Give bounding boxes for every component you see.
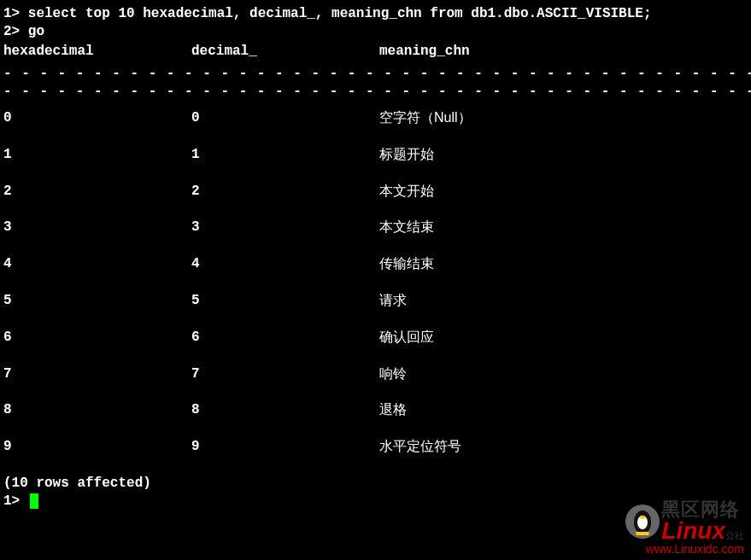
table-row: 55请求 — [3, 292, 748, 310]
header-meaning: meaning_chn — [379, 43, 748, 61]
watermark-brand-text: Linux — [661, 517, 725, 544]
cell-meaning: 水平定位符号 — [379, 438, 748, 456]
table-row: 99水平定位符号 — [3, 438, 748, 456]
separator-line-2: - - - - - - - - - - - - - - - - - - - - … — [3, 83, 748, 101]
table-row: 77响铃 — [3, 365, 748, 383]
watermark-logo-icon — [625, 505, 660, 539]
cell-decimal: 5 — [191, 292, 379, 310]
cell-hexadecimal: 8 — [3, 401, 191, 419]
watermark: 黑区网络 Linux公社 www.Linuxidc.com — [625, 500, 744, 557]
table-row: 22本文开始 — [3, 183, 748, 201]
cell-meaning: 响铃 — [379, 365, 748, 383]
table-row: 66确认回应 — [3, 329, 748, 347]
cell-decimal: 3 — [191, 219, 379, 236]
cell-meaning: 本文结束 — [379, 219, 748, 236]
sql-query-line-1: 1> select top 10 hexadecimal, decimal_, … — [3, 5, 748, 23]
table-row: 11标题开始 — [3, 146, 748, 164]
cell-meaning: 退格 — [379, 401, 748, 419]
cell-hexadecimal: 5 — [3, 292, 191, 310]
table-row: 00空字符（Null） — [3, 109, 748, 127]
watermark-url-text: www.Linuxidc.com — [646, 541, 744, 557]
table-row: 44传输结束 — [3, 255, 748, 273]
cell-hexadecimal: 7 — [3, 365, 191, 383]
cell-decimal: 0 — [191, 109, 379, 127]
cell-hexadecimal: 3 — [3, 219, 191, 236]
cell-meaning: 空字符（Null） — [379, 109, 748, 127]
terminal-cursor — [30, 493, 38, 509]
watermark-chinese-text: 黑区网络 — [661, 500, 744, 519]
result-header-row: hexadecimal decimal_ meaning_chn — [3, 43, 748, 61]
cell-decimal: 4 — [191, 255, 379, 273]
cell-hexadecimal: 2 — [3, 183, 191, 201]
cell-decimal: 9 — [191, 438, 379, 456]
separator-line-1: - - - - - - - - - - - - - - - - - - - - … — [3, 65, 748, 83]
cell-meaning: 标题开始 — [379, 146, 748, 164]
table-row: 33本文结束 — [3, 219, 748, 236]
rows-affected-text: (10 rows affected) — [3, 475, 748, 493]
prompt-text: 1> — [3, 493, 28, 509]
cell-decimal: 8 — [191, 401, 379, 419]
cell-hexadecimal: 6 — [3, 329, 191, 347]
cell-hexadecimal: 0 — [3, 109, 191, 127]
cell-hexadecimal: 1 — [3, 146, 191, 164]
cell-decimal: 2 — [191, 183, 379, 201]
header-decimal: decimal_ — [191, 43, 379, 61]
cell-decimal: 7 — [191, 365, 379, 383]
table-row: 88退格 — [3, 401, 748, 419]
cell-decimal: 1 — [191, 146, 379, 164]
cell-decimal: 6 — [191, 329, 379, 347]
cell-hexadecimal: 4 — [3, 255, 191, 273]
cell-hexadecimal: 9 — [3, 438, 191, 456]
cell-meaning: 本文开始 — [379, 183, 748, 201]
header-hexadecimal: hexadecimal — [3, 43, 191, 61]
cell-meaning: 请求 — [379, 292, 748, 310]
cell-meaning: 确认回应 — [379, 329, 748, 347]
watermark-sub-text: 公社 — [725, 530, 744, 540]
cell-meaning: 传输结束 — [379, 255, 748, 273]
result-data-rows: 00空字符（Null）11标题开始22本文开始33本文结束44传输结束55请求6… — [3, 109, 748, 456]
sql-query-line-2: 2> go — [3, 23, 748, 41]
